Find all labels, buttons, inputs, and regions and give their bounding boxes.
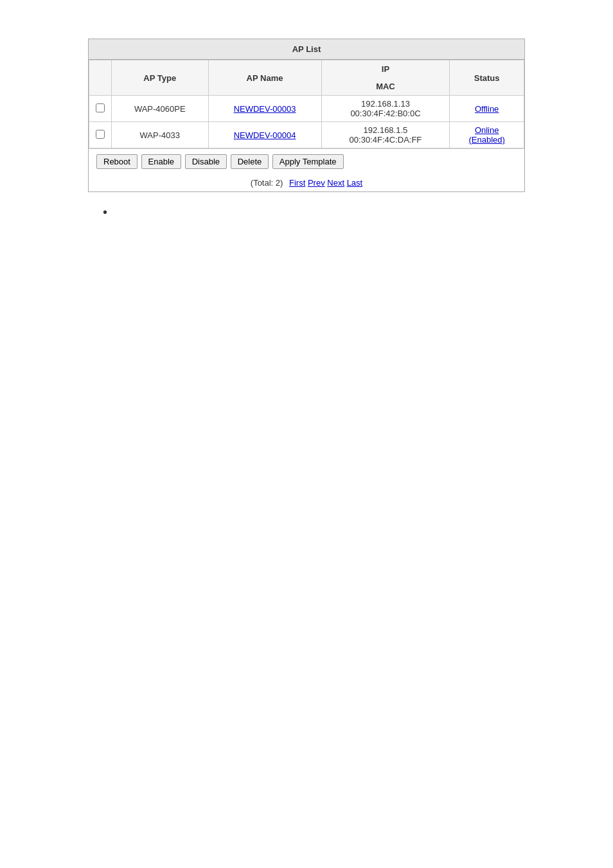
row1-ap-name-link[interactable]: NEWDEV-00003 bbox=[234, 104, 296, 114]
ap-table: AP Type AP Name IP Status MAC WAP-4060PE… bbox=[89, 60, 524, 148]
row1-checkbox-cell bbox=[89, 96, 112, 122]
row2-status-link[interactable]: Online(Enabled) bbox=[468, 125, 504, 145]
pagination-last[interactable]: Last bbox=[347, 178, 363, 188]
pagination-prev[interactable]: Prev bbox=[308, 178, 325, 188]
th-mac: MAC bbox=[321, 78, 450, 96]
row2-status-cell: Online(Enabled) bbox=[450, 122, 524, 148]
row1-status-link[interactable]: Offline bbox=[475, 104, 499, 114]
th-status: Status bbox=[450, 60, 524, 96]
row1-checkbox[interactable] bbox=[96, 103, 105, 112]
th-ip: IP bbox=[321, 60, 450, 78]
row2-checkbox-cell bbox=[89, 122, 112, 148]
pagination-next[interactable]: Next bbox=[327, 178, 344, 188]
ap-list-title: AP List bbox=[89, 39, 524, 60]
row2-mac: 00:30:4F:4C:DA:FF bbox=[328, 135, 443, 145]
delete-button[interactable]: Delete bbox=[231, 154, 269, 169]
row1-ap-type: WAP-4060PE bbox=[112, 96, 209, 122]
th-ap-name: AP Name bbox=[208, 60, 321, 96]
pagination-row: (Total: 2) First Prev Next Last bbox=[89, 174, 524, 191]
th-checkbox-2 bbox=[89, 78, 112, 96]
table-row: WAP-4060PE NEWDEV-00003 192.168.1.13 00:… bbox=[89, 96, 524, 122]
row2-ip: 192.168.1.5 bbox=[328, 125, 443, 135]
apply-template-button[interactable]: Apply Template bbox=[272, 154, 344, 169]
ap-list-container: AP List AP Type AP Name IP Status MAC WA… bbox=[88, 39, 525, 192]
row1-mac: 00:30:4F:42:B0:0C bbox=[328, 109, 443, 118]
reboot-button[interactable]: Reboot bbox=[96, 154, 138, 169]
enable-button[interactable]: Enable bbox=[141, 154, 181, 169]
row1-ip: 192.168.1.13 bbox=[328, 99, 443, 109]
row2-ap-type: WAP-4033 bbox=[112, 122, 209, 148]
table-row: WAP-4033 NEWDEV-00004 192.168.1.5 00:30:… bbox=[89, 122, 524, 148]
row2-ap-name-cell: NEWDEV-00004 bbox=[208, 122, 321, 148]
row2-checkbox[interactable] bbox=[96, 130, 105, 139]
bullet-point: • bbox=[103, 205, 587, 220]
row1-ip-mac: 192.168.1.13 00:30:4F:42:B0:0C bbox=[321, 96, 450, 122]
pagination-total: (Total: 2) bbox=[251, 178, 283, 188]
disable-button[interactable]: Disable bbox=[185, 154, 227, 169]
actions-row: Reboot Enable Disable Delete Apply Templ… bbox=[89, 148, 524, 174]
th-checkbox bbox=[89, 60, 112, 78]
row2-ap-name-link[interactable]: NEWDEV-00004 bbox=[234, 130, 296, 140]
th-ap-type: AP Type bbox=[112, 60, 209, 96]
row1-ap-name-cell: NEWDEV-00003 bbox=[208, 96, 321, 122]
row2-ip-mac: 192.168.1.5 00:30:4F:4C:DA:FF bbox=[321, 122, 450, 148]
pagination-first[interactable]: First bbox=[289, 178, 305, 188]
row1-status-cell: Offline bbox=[450, 96, 524, 122]
